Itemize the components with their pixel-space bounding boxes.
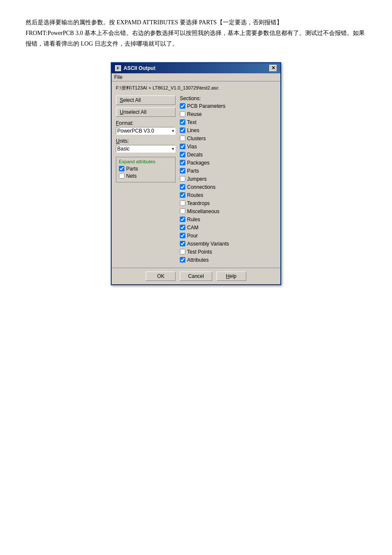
- list-item: Jumpers: [180, 176, 276, 182]
- nets-checkbox[interactable]: [119, 173, 124, 179]
- list-item: CAM: [180, 225, 276, 231]
- dialog-footer: OK Cancel Help: [112, 268, 280, 284]
- list-item: Decals: [180, 152, 276, 158]
- packages-label: Packages: [187, 160, 210, 166]
- ascii-output-dialog: F ASCII Output ✕ File F:\资料\T123AI + LT8…: [111, 62, 281, 285]
- decals-label: Decals: [187, 152, 203, 158]
- format-group: Format: PowerPCB V3.0 PowerPCB V2.0: [116, 120, 176, 135]
- list-item: Test Points: [180, 249, 276, 255]
- list-item: Rules: [180, 217, 276, 223]
- vias-label: Vias: [187, 144, 197, 150]
- dialog-menu: File: [112, 73, 280, 81]
- list-item: Reuse: [180, 111, 276, 117]
- pcb-parameters-label: PCB Parameters: [187, 103, 225, 109]
- list-item: PCB Parameters: [180, 103, 276, 109]
- cam-checkbox[interactable]: [180, 225, 185, 230]
- pour-label: Pour: [187, 233, 198, 239]
- select-all-button[interactable]: Select All: [116, 95, 176, 105]
- lines-checkbox[interactable]: [180, 127, 185, 133]
- parts-section-checkbox[interactable]: [180, 168, 185, 173]
- connections-checkbox[interactable]: [180, 184, 185, 190]
- dialog-title: ASCII Output: [124, 65, 156, 71]
- list-item: Parts: [180, 168, 276, 174]
- vias-checkbox[interactable]: [180, 144, 185, 149]
- lines-label: Lines: [187, 127, 199, 133]
- format-label: Format:: [116, 120, 176, 126]
- main-content: Select All Unselect All Format: PowerPCB…: [116, 95, 276, 264]
- text-label: Text: [187, 119, 196, 125]
- assembly-variants-label: Assembly Variants: [187, 241, 229, 247]
- miscellaneous-checkbox[interactable]: [180, 208, 185, 214]
- teardrops-label: Teardrops: [187, 200, 210, 206]
- nets-checkbox-row: Nets: [119, 173, 173, 179]
- nets-label: Nets: [126, 173, 137, 179]
- parts-checkbox-row: Parts: [119, 166, 173, 172]
- parts-label: Parts: [126, 166, 138, 172]
- reuse-checkbox[interactable]: [180, 111, 185, 117]
- list-item: Connections: [180, 184, 276, 190]
- intro-paragraph: 然后是选择要输出的属性参数。按 EXPAMD ATTRIBUTES 要选择 PA…: [26, 17, 366, 49]
- units-select[interactable]: Basic Metric: [116, 145, 176, 153]
- pcb-parameters-checkbox[interactable]: [180, 103, 185, 109]
- reuse-label: Reuse: [187, 111, 202, 117]
- list-item: Packages: [180, 160, 276, 166]
- unselect-all-button[interactable]: Unselect All: [116, 107, 176, 117]
- assembly-variants-checkbox[interactable]: [180, 241, 185, 246]
- cam-label: CAM: [187, 225, 199, 231]
- left-panel: Select All Unselect All Format: PowerPCB…: [116, 95, 176, 264]
- format-select-wrapper: PowerPCB V3.0 PowerPCB V2.0: [116, 127, 176, 135]
- dialog-body: F:\资料\T123AI + LT8612_V1.0_130729\test2.…: [112, 81, 280, 268]
- format-select[interactable]: PowerPCB V3.0 PowerPCB V2.0: [116, 127, 176, 135]
- pour-checkbox[interactable]: [180, 233, 185, 238]
- test-points-checkbox[interactable]: [180, 249, 185, 254]
- rules-label: Rules: [187, 217, 200, 223]
- intro-line2: FROMT:PowerPCB 3.0 基本上不会出错。右边的参数选择可以按照我的…: [26, 28, 366, 49]
- decals-checkbox[interactable]: [180, 152, 185, 157]
- rules-checkbox[interactable]: [180, 217, 185, 222]
- units-select-wrapper: Basic Metric: [116, 145, 176, 153]
- list-item: Lines: [180, 127, 276, 133]
- units-group: Units: Basic Metric: [116, 138, 176, 153]
- jumpers-checkbox[interactable]: [180, 176, 185, 182]
- expand-attributes-title: Expand attributes: [119, 159, 173, 164]
- jumpers-label: Jumpers: [187, 176, 207, 182]
- dialog-icon: F: [115, 65, 121, 71]
- file-path: F:\资料\T123AI + LT8612_V1.0_130729\test2.…: [116, 85, 276, 91]
- parts-section-label: Parts: [187, 168, 199, 174]
- sections-list: PCB Parameters Reuse Text Lines: [180, 103, 276, 264]
- sections-label: Sections:: [180, 95, 276, 101]
- ok-button[interactable]: OK: [146, 272, 176, 281]
- list-item: Pour: [180, 233, 276, 239]
- clusters-checkbox[interactable]: [180, 136, 185, 141]
- intro-line1: 然后是选择要输出的属性参数。按 EXPAMD ATTRIBUTES 要选择 PA…: [26, 17, 366, 28]
- miscellaneous-label: Miscellaneous: [187, 208, 219, 214]
- connections-label: Connections: [187, 184, 216, 190]
- right-panel: Sections: PCB Parameters Reuse Text: [180, 95, 276, 264]
- clusters-label: Clusters: [187, 136, 206, 142]
- units-label: Units:: [116, 138, 176, 144]
- packages-checkbox[interactable]: [180, 160, 185, 165]
- titlebar-left: F ASCII Output: [115, 65, 156, 71]
- close-button[interactable]: ✕: [269, 65, 277, 72]
- list-item: Miscellaneous: [180, 208, 276, 214]
- test-points-label: Test Points: [187, 249, 212, 255]
- list-item: Routes: [180, 192, 276, 198]
- text-checkbox[interactable]: [180, 119, 185, 125]
- file-menu-item[interactable]: File: [114, 74, 122, 80]
- routes-checkbox[interactable]: [180, 192, 185, 198]
- dialog-wrapper: F ASCII Output ✕ File F:\资料\T123AI + LT8…: [26, 62, 366, 285]
- list-item: Vias: [180, 144, 276, 150]
- dialog-titlebar: F ASCII Output ✕: [112, 63, 280, 73]
- list-item: Text: [180, 119, 276, 125]
- cancel-button[interactable]: Cancel: [180, 272, 212, 281]
- parts-checkbox[interactable]: [119, 166, 124, 171]
- help-button[interactable]: Help: [216, 272, 246, 281]
- list-item: Attributes: [180, 257, 276, 263]
- expand-attributes-group: Expand attributes Parts Nets: [116, 157, 176, 182]
- attributes-checkbox[interactable]: [180, 257, 185, 263]
- teardrops-checkbox[interactable]: [180, 200, 185, 206]
- routes-label: Routes: [187, 192, 203, 198]
- attributes-label: Attributes: [187, 257, 209, 263]
- list-item: Clusters: [180, 136, 276, 142]
- list-item: Teardrops: [180, 200, 276, 206]
